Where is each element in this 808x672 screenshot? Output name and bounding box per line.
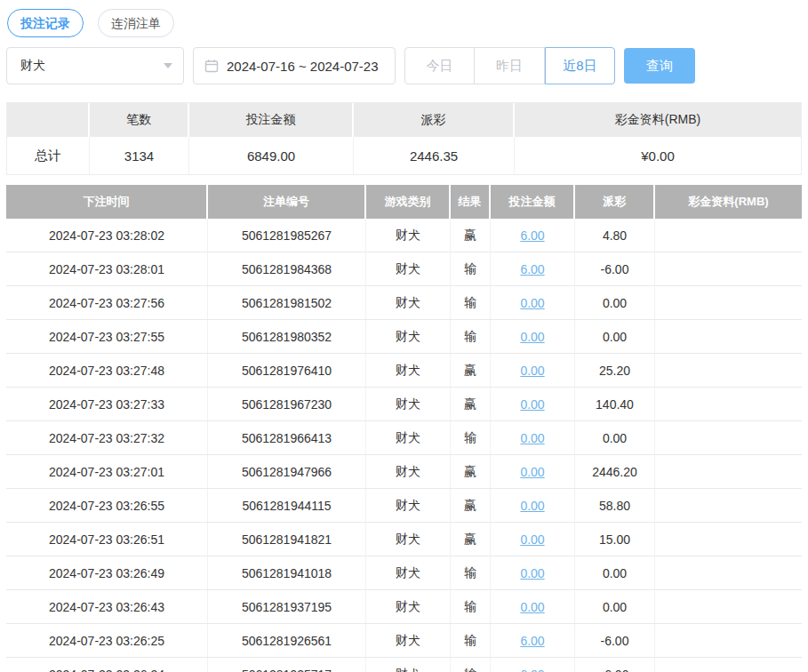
header-bet-time: 下注时间 xyxy=(6,185,208,219)
bonus-cell xyxy=(655,590,802,623)
bet-amount-link[interactable]: 0.00 xyxy=(520,566,544,580)
bet-amount-cell: 6.00 xyxy=(491,252,575,285)
bet-amount-link[interactable]: 0.00 xyxy=(520,397,544,412)
bet-time-cell: 2024-07-23 03:26:25 xyxy=(6,624,208,657)
order-number-cell: 5061281980352 xyxy=(208,320,366,353)
payout-cell: 58.80 xyxy=(575,489,655,522)
bet-time-cell: 2024-07-23 03:26:49 xyxy=(6,556,208,589)
header-result: 结果 xyxy=(451,185,491,219)
bonus-cell xyxy=(655,624,802,657)
game-type-cell: 财犬 xyxy=(366,523,451,556)
header-game-type: 游戏类别 xyxy=(366,185,451,219)
tab-cancelled-orders[interactable]: 连消注单 xyxy=(98,9,174,37)
bet-time-cell: 2024-07-23 03:27:48 xyxy=(6,354,208,387)
summary-table: 笔数 投注金额 派彩 彩金资料(RMB) 总计 3134 6849.00 244… xyxy=(6,102,802,175)
payout-cell: 2446.20 xyxy=(575,455,655,488)
bet-amount-cell: 6.00 xyxy=(491,658,575,672)
summary-total-row: 总计 3134 6849.00 2446.35 ¥0.00 xyxy=(7,137,801,174)
game-type-cell: 财犬 xyxy=(366,556,451,589)
game-type-cell: 财犬 xyxy=(366,388,451,420)
result-cell: 输 xyxy=(451,421,491,454)
summary-bonus-value: ¥0.00 xyxy=(515,137,801,174)
table-row: 2024-07-23 03:26:515061281941821财犬赢0.001… xyxy=(6,523,802,556)
bet-time-cell: 2024-07-23 03:26:24 xyxy=(6,658,208,672)
table-row: 2024-07-23 03:27:555061281980352财犬输0.000… xyxy=(6,320,802,354)
date-range-picker[interactable]: 2024-07-16 ~ 2024-07-23 xyxy=(193,47,396,84)
bet-table-body: 2024-07-23 03:28:025061281985267财犬赢6.004… xyxy=(6,219,802,672)
bet-amount-link[interactable]: 6.00 xyxy=(520,228,544,243)
table-row: 2024-07-23 03:26:255061281926561财犬输6.00-… xyxy=(6,624,802,658)
bet-amount-link[interactable]: 0.00 xyxy=(520,499,544,513)
bonus-cell xyxy=(655,252,802,285)
bet-time-cell: 2024-07-23 03:26:43 xyxy=(6,590,208,623)
bet-table-header: 下注时间 注单编号 游戏类别 结果 投注金额 派彩 彩金资料(RMB) xyxy=(6,185,802,219)
table-row: 2024-07-23 03:26:495061281941018财犬输0.000… xyxy=(6,556,802,590)
payout-cell: 15.00 xyxy=(575,523,655,556)
result-cell: 输 xyxy=(451,556,491,589)
bet-amount-link[interactable]: 0.00 xyxy=(520,532,544,547)
betting-records-page: 投注记录 连消注单 财犬 2024-07-16 ~ 2024-07-23 今日 … xyxy=(0,0,808,672)
payout-cell: 0.00 xyxy=(575,590,655,623)
bonus-cell xyxy=(655,489,802,522)
yesterday-button[interactable]: 昨日 xyxy=(475,47,545,84)
bet-amount-link[interactable]: 6.00 xyxy=(520,262,544,276)
payout-cell: -6.00 xyxy=(575,624,655,657)
bonus-cell xyxy=(655,421,802,454)
bet-time-cell: 2024-07-23 03:27:56 xyxy=(6,286,208,319)
bet-amount-link[interactable]: 6.00 xyxy=(520,668,544,672)
bonus-cell xyxy=(655,523,802,556)
table-row: 2024-07-23 03:27:565061281981502财犬输0.000… xyxy=(6,286,802,320)
bet-amount-link[interactable]: 0.00 xyxy=(520,431,544,445)
game-type-cell: 财犬 xyxy=(366,354,451,387)
table-row: 2024-07-23 03:26:555061281944115财犬赢0.005… xyxy=(6,489,802,523)
header-bonus: 彩金资料(RMB) xyxy=(655,185,802,219)
table-row: 2024-07-23 03:27:485061281976410财犬赢0.002… xyxy=(6,354,802,388)
bet-time-cell: 2024-07-23 03:28:01 xyxy=(6,252,208,285)
order-number-cell: 5061281944115 xyxy=(208,489,366,522)
date-range-value: 2024-07-16 ~ 2024-07-23 xyxy=(227,59,379,74)
table-row: 2024-07-23 03:27:325061281966413财犬输0.000… xyxy=(6,421,802,455)
quick-range-group: 今日 昨日 近8日 xyxy=(404,47,615,84)
header-payout: 派彩 xyxy=(575,185,655,219)
table-row: 2024-07-23 03:26:435061281937195财犬输0.000… xyxy=(6,590,802,624)
bet-amount-link[interactable]: 0.00 xyxy=(520,364,544,378)
result-cell: 赢 xyxy=(451,523,491,556)
filter-bar: 财犬 2024-07-16 ~ 2024-07-23 今日 昨日 近8日 查询 xyxy=(6,47,802,84)
payout-cell: 25.20 xyxy=(575,354,655,387)
bet-amount-link[interactable]: 6.00 xyxy=(520,634,544,648)
game-type-cell: 财犬 xyxy=(366,286,451,319)
bet-amount-cell: 0.00 xyxy=(491,489,575,522)
today-button[interactable]: 今日 xyxy=(404,47,475,84)
summary-count-value: 3134 xyxy=(90,137,189,174)
bet-amount-link[interactable]: 0.00 xyxy=(520,465,544,479)
table-row: 2024-07-23 03:27:015061281947966财犬赢0.002… xyxy=(6,455,802,489)
top-tabs: 投注记录 连消注单 xyxy=(7,9,802,37)
bet-amount-link[interactable]: 0.00 xyxy=(520,330,544,344)
summary-payout-value: 2446.35 xyxy=(354,137,515,174)
payout-cell: 140.40 xyxy=(575,388,655,420)
bonus-cell xyxy=(655,320,802,353)
bet-amount-cell: 0.00 xyxy=(491,523,575,556)
summary-header-count: 笔数 xyxy=(90,103,189,137)
tab-betting-records[interactable]: 投注记录 xyxy=(7,9,84,37)
bet-amount-cell: 0.00 xyxy=(491,556,575,589)
game-type-cell: 财犬 xyxy=(366,320,451,353)
order-number-cell: 5061281926561 xyxy=(208,624,366,657)
payout-cell: 4.80 xyxy=(575,219,655,252)
result-cell: 输 xyxy=(451,320,491,353)
result-cell: 输 xyxy=(451,590,491,623)
bet-amount-cell: 6.00 xyxy=(491,219,575,252)
last-8-days-button[interactable]: 近8日 xyxy=(545,47,615,84)
summary-header-payout: 派彩 xyxy=(354,103,515,137)
game-type-cell: 财犬 xyxy=(366,624,451,657)
result-cell: 赢 xyxy=(451,354,491,387)
summary-bet-amount-value: 6849.00 xyxy=(189,137,354,174)
order-number-cell: 5061281967230 xyxy=(208,388,366,420)
bet-amount-link[interactable]: 0.00 xyxy=(520,600,544,614)
bet-amount-link[interactable]: 0.00 xyxy=(520,296,544,310)
bet-time-cell: 2024-07-23 03:27:32 xyxy=(6,421,208,454)
order-number-cell: 5061281976410 xyxy=(208,354,366,387)
game-type-cell: 财犬 xyxy=(366,590,451,623)
game-select[interactable]: 财犬 xyxy=(6,47,184,84)
search-button[interactable]: 查询 xyxy=(624,48,695,84)
